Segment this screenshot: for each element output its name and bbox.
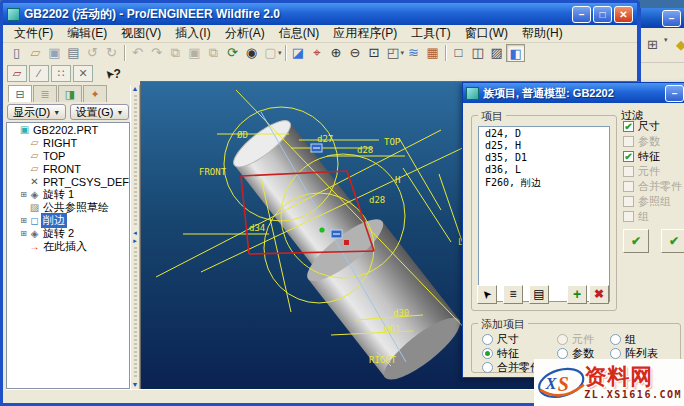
menu-item-5[interactable]: 信息(N) — [272, 24, 327, 43]
verify-instances-button[interactable]: ✔ — [623, 229, 649, 253]
tab-saved-views[interactable]: ◨ — [58, 85, 82, 102]
no-hidden-icon[interactable]: ▨ — [487, 44, 506, 62]
tree-item-0[interactable]: ▣GB2202.PRT — [7, 123, 129, 136]
filter-check-尺寸[interactable]: ✔尺寸 — [623, 119, 684, 134]
dialog-titlebar[interactable]: 族项目, 普通模型: GB2202 – — [463, 83, 684, 103]
paste-icon[interactable]: ▣ — [185, 44, 204, 62]
menu-item-1[interactable]: 编辑(E) — [60, 24, 114, 43]
scroll-up-icon[interactable]: ▲ — [132, 85, 139, 93]
collapse-left-icon[interactable]: ◂ — [133, 229, 137, 237]
list-view-button[interactable]: ≡ — [503, 285, 523, 304]
menu-item-8[interactable]: 窗口(W) — [458, 24, 515, 43]
edit-table-button[interactable]: ✔ — [661, 229, 684, 253]
family-item-1[interactable]: d25, H — [479, 139, 609, 151]
maximize-button[interactable]: □ — [593, 6, 612, 23]
settings-button[interactable]: 设置(G) ▼ — [70, 104, 129, 120]
titlebar[interactable]: GB2202 (活动的) - Pro/ENGINEER Wildfire 2.0… — [3, 3, 637, 25]
display-button[interactable]: 显示(D) ▼ — [7, 104, 66, 120]
menu-item-7[interactable]: 工具(T) — [404, 24, 457, 43]
undo-icon[interactable]: ↶ — [128, 44, 147, 62]
add-item-button[interactable]: + — [567, 285, 587, 304]
tree-item-label[interactable]: 在此插入 — [41, 239, 89, 254]
tree-item-9[interactable]: →在此插入 — [7, 240, 129, 253]
tab-utilities[interactable]: ✦ — [83, 85, 107, 102]
family-item-3[interactable]: d36, L — [479, 163, 609, 175]
radio-icon[interactable] — [482, 362, 493, 373]
dialog-minimize-button[interactable]: – — [665, 85, 684, 102]
menu-item-3[interactable]: 插入(I) — [168, 24, 217, 43]
minimize-button[interactable]: – — [572, 6, 591, 23]
datum-axis-tool-icon[interactable]: ∕ — [29, 65, 49, 82]
save-icon[interactable]: ▣ — [45, 44, 64, 62]
panel-splitter[interactable]: ▲ ◂ ▸ ▼ — [130, 85, 140, 389]
tree-item-label[interactable]: PRT_CSYS_DEF — [41, 176, 130, 188]
menu-item-2[interactable]: 视图(V) — [114, 24, 168, 43]
checkbox-icon[interactable]: ✔ — [623, 151, 634, 162]
spin-center-icon[interactable]: ⌖ — [308, 44, 327, 62]
view-manager-icon[interactable]: ▦ — [423, 44, 442, 62]
add-radio-合并零件[interactable]: 合并零件 — [482, 360, 541, 374]
collapse-right-icon[interactable]: ▸ — [133, 237, 137, 245]
expand-icon[interactable]: ⊞ — [19, 216, 28, 225]
add-radio-参数[interactable]: 参数 — [557, 346, 594, 360]
find-icon[interactable]: ◉ — [242, 44, 261, 62]
tree-item-6[interactable]: ▨公共参照草绘 — [7, 201, 129, 214]
dense-list-button[interactable]: ▤ — [529, 285, 549, 304]
tree-item-label[interactable]: FRONT — [41, 163, 83, 175]
menu-item-9[interactable]: 帮助(H) — [515, 24, 570, 43]
new-file-icon[interactable]: ▯ — [7, 44, 26, 62]
selection-filter-icon-dropdown[interactable]: ▾ — [278, 49, 282, 57]
tree-item-label[interactable]: TOP — [41, 150, 67, 162]
layers-icon[interactable]: ≋ — [404, 44, 423, 62]
print-icon[interactable]: ▤ — [64, 44, 83, 62]
tab-model-tree[interactable]: ⊟ — [8, 85, 32, 102]
radio-icon[interactable] — [610, 334, 621, 345]
tree-item-label[interactable]: GB2202.PRT — [31, 124, 100, 136]
add-radio-特征[interactable]: 特征 — [482, 346, 541, 360]
radio-icon[interactable] — [610, 348, 621, 359]
tree-item-label[interactable]: RIGHT — [41, 137, 79, 149]
window-activate-icon[interactable]: ◪ — [289, 44, 308, 62]
close-button[interactable]: ✕ — [614, 6, 633, 23]
add-radio-尺寸[interactable]: 尺寸 — [482, 332, 541, 346]
menu-item-6[interactable]: 应用程序(P) — [326, 24, 404, 43]
table-grid-icon[interactable]: ⊞ — [643, 36, 662, 54]
table-grid-icon-dropdown[interactable]: ▾ — [664, 36, 668, 54]
scroll-down-icon[interactable]: ▼ — [132, 381, 139, 389]
filter-check-特征[interactable]: ✔特征 — [623, 149, 684, 164]
remove-item-button[interactable]: ✖ — [589, 285, 609, 304]
family-item-4[interactable]: F260, 削边 — [479, 175, 609, 190]
redo-icon[interactable]: ↷ — [147, 44, 166, 62]
select-mode-button[interactable]: ➤ — [477, 285, 497, 304]
wireframe-icon[interactable]: □ — [449, 44, 468, 62]
expand-icon[interactable]: ⊞ — [19, 229, 28, 238]
family-item-2[interactable]: d35, D1 — [479, 151, 609, 163]
regenerate-icon[interactable]: ⟳ — [223, 44, 242, 62]
shaded-icon[interactable]: ◧ — [506, 44, 525, 62]
tab-layers[interactable]: ≣ — [33, 85, 57, 102]
datum-csys-tool-icon[interactable]: ✕ — [73, 65, 93, 82]
copy-icon[interactable]: ⧉ — [166, 44, 185, 62]
refit-icon[interactable]: ⊡ — [365, 44, 384, 62]
radio-icon[interactable] — [557, 348, 568, 359]
datum-point-tool-icon[interactable]: ∷ — [51, 65, 71, 82]
delete-display-icon[interactable]: ↻ — [102, 44, 121, 62]
hidden-line-icon[interactable]: ◫ — [468, 44, 487, 62]
menu-item-4[interactable]: 分析(A) — [218, 24, 272, 43]
erase-display-icon[interactable]: ↺ — [83, 44, 102, 62]
radio-icon[interactable] — [482, 348, 493, 359]
family-items-list[interactable]: d24, Dd25, Hd35, D1d36, LF260, 削边 — [478, 126, 610, 302]
paste-special-icon[interactable]: ⧉ — [204, 44, 223, 62]
tree-item-2[interactable]: ▱TOP — [7, 149, 129, 162]
menu-item-0[interactable]: 文件(F) — [7, 24, 60, 43]
family-table-titlebar[interactable]: – — [641, 8, 684, 28]
family-item-0[interactable]: d24, D — [479, 127, 609, 139]
zoom-in-icon[interactable]: ⊕ — [327, 44, 346, 62]
checkbox-icon[interactable]: ✔ — [623, 121, 634, 132]
sketch-tool-icon[interactable]: ▱ — [7, 65, 27, 82]
context-help-icon[interactable]: ➤? — [105, 67, 121, 81]
bg-minimize-button[interactable]: – — [662, 10, 681, 27]
add-radio-组[interactable]: 组 — [610, 332, 658, 346]
expand-icon[interactable]: ⊞ — [19, 190, 28, 199]
open-folder-icon[interactable]: ▱ — [26, 44, 45, 62]
